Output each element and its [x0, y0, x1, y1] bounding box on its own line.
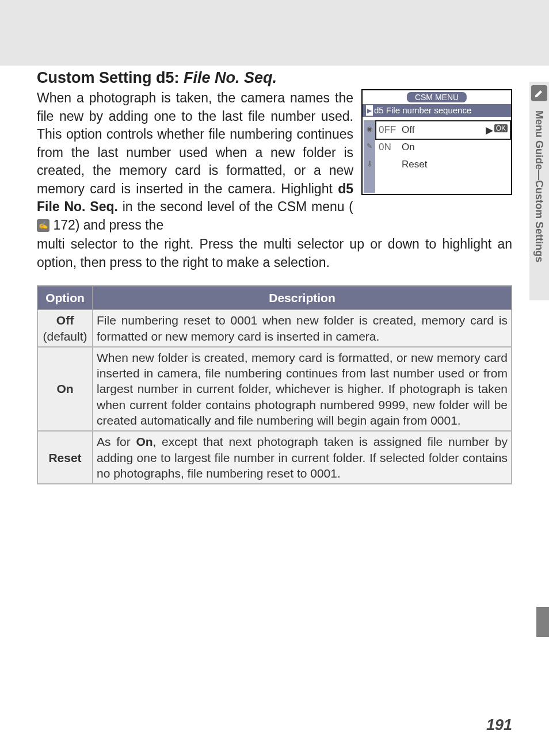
- para-part1: When a photograph is taken, the camera n…: [37, 90, 353, 196]
- opt-reset: Reset: [37, 431, 93, 484]
- lcd-row-label: Reset: [402, 159, 427, 170]
- th-option: Option: [37, 286, 93, 310]
- lcd-sidebar: ◉ ✎ ⚷: [364, 120, 375, 193]
- lcd-sub-text: File number sequence: [386, 105, 471, 115]
- lcd-rows: 0FFOff OK▶ 0NOn Reset: [376, 121, 510, 173]
- options-table: Option Description Off (default) File nu…: [37, 285, 512, 484]
- heading-italic: File No. Seq.: [184, 69, 277, 86]
- body-paragraph: When a photograph is taken, the camera n…: [37, 89, 353, 234]
- section-heading: Custom Setting d5: File No. Seq.: [37, 69, 512, 87]
- para-part3: ) and press the: [75, 217, 163, 232]
- desc-pre: As for: [97, 435, 136, 448]
- camera-icon: ◉: [364, 120, 375, 138]
- camera-lcd-screenshot: CSM MENU ▸d5 File number sequence ◉ ✎ ⚷ …: [361, 89, 512, 195]
- table-row: Off (default) File numbering reset to 00…: [37, 310, 512, 347]
- lcd-sub-code: d5: [374, 105, 384, 115]
- desc-on: When new folder is created, memory card …: [93, 347, 512, 431]
- key-icon: ⚷: [364, 155, 375, 172]
- side-tab: Menu Guide—Custom Settings: [529, 82, 549, 300]
- lcd-right-triangle-icon: ▶: [486, 124, 493, 136]
- opt-main: On: [56, 382, 73, 395]
- opt-sub: (default): [43, 330, 87, 343]
- lcd-row-label: Off: [402, 124, 414, 135]
- th-description: Description: [93, 286, 512, 310]
- page-number: 191: [486, 716, 512, 734]
- lcd-row-reset: Reset: [376, 156, 510, 173]
- lcd-subtitle: ▸d5 File number sequence: [363, 104, 511, 117]
- para-ref: 172: [53, 217, 75, 232]
- table-row: On When new folder is created, memory ca…: [37, 347, 512, 431]
- side-tab-label: Menu Guide—Custom Settings: [533, 105, 545, 262]
- lcd-row-off: 0FFOff OK▶: [376, 121, 510, 139]
- side-dark-tab: [536, 607, 549, 637]
- opt-on: On: [37, 347, 93, 431]
- lcd-ok-badge: OK: [494, 124, 508, 132]
- pencil-tab-icon: [531, 85, 547, 101]
- opt-main: Off: [56, 314, 74, 327]
- table-row: Reset As for On, except that next photog…: [37, 431, 512, 484]
- lcd-play-icon: ▸: [366, 105, 373, 116]
- pencil-icon: ✎: [364, 138, 375, 155]
- body-continuation: multi selector to the right. Press the m…: [37, 235, 512, 272]
- opt-off: Off (default): [37, 310, 93, 347]
- lcd-row-code: 0FF: [379, 124, 402, 136]
- desc-post: , except that next photograph taken is a…: [97, 435, 508, 480]
- lcd-row-label: On: [402, 142, 415, 152]
- opt-main: Reset: [48, 451, 81, 464]
- reference-page-icon: ✍: [37, 219, 49, 232]
- lcd-row-on: 0NOn: [376, 139, 510, 156]
- top-gray-bar: [0, 0, 549, 66]
- lcd-row-code: 0N: [379, 142, 402, 153]
- desc-reset: As for On, except that next photograph t…: [93, 431, 512, 484]
- desc-off: File numbering reset to 0001 when new fo…: [93, 310, 512, 347]
- lcd-menu-title: CSM MENU: [406, 91, 467, 103]
- heading-prefix: Custom Setting d5:: [37, 69, 184, 86]
- para-part2: in the second level of the CSM menu (: [118, 199, 353, 214]
- desc-bold: On: [136, 435, 152, 448]
